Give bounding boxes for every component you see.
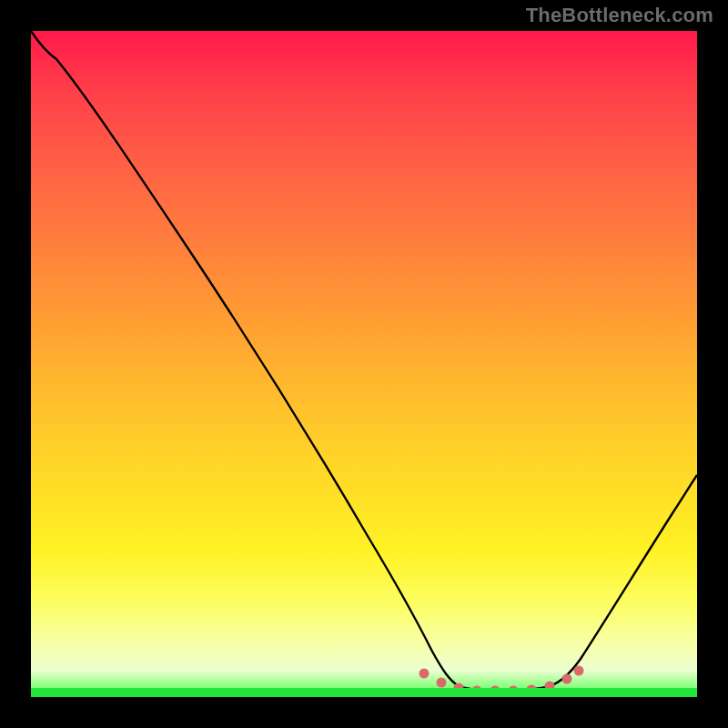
marker-dot xyxy=(420,669,430,679)
marker-dot xyxy=(562,674,572,684)
watermark-text: TheBottleneck.com xyxy=(526,4,713,27)
chart-frame: TheBottleneck.com xyxy=(0,0,728,728)
marker-dot xyxy=(574,666,584,676)
curve-path xyxy=(31,31,697,691)
bottleneck-curve xyxy=(31,31,697,697)
green-baseline-strip xyxy=(31,688,697,697)
plot-area xyxy=(31,31,697,697)
marker-dot xyxy=(437,678,447,688)
